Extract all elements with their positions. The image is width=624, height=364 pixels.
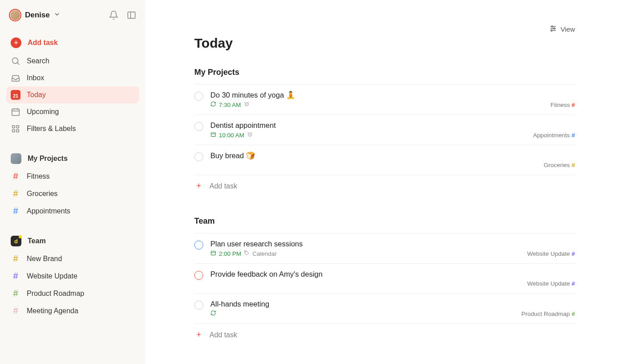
task-meta-left (210, 310, 216, 317)
add-task-inline[interactable]: +Add task (194, 175, 575, 197)
task-checkbox[interactable] (194, 271, 203, 280)
task-title: All-hands meeting (210, 300, 575, 308)
label-icon (244, 250, 250, 257)
search-icon (11, 56, 21, 66)
grid-icon (11, 124, 21, 134)
project-label: Fitness (27, 172, 50, 180)
hash-icon: # (11, 306, 21, 316)
team-avatar: d (11, 236, 21, 246)
calendar-icon (210, 250, 216, 257)
task-row[interactable]: Provide feedback on Amy's designWebsite … (194, 264, 575, 294)
task-body: All-hands meetingProduct Roadmap# (210, 300, 575, 317)
sidebar-item-label: Filters & Labels (27, 125, 76, 133)
sidebar-item-label: Search (27, 57, 49, 65)
alarm-icon (247, 131, 253, 139)
add-task-button[interactable]: + Add task (6, 34, 139, 52)
task-time: 7:30 AM (219, 102, 241, 108)
sidebar-item-today[interactable]: 21 Today (6, 86, 139, 103)
project-ref-label: Fitness (550, 102, 570, 108)
sidebar-item-inbox[interactable]: Inbox (6, 70, 139, 86)
project-label: Groceries (27, 190, 57, 198)
section-label: My Projects (28, 155, 68, 163)
task-title: Buy bread 🍞 (210, 151, 575, 160)
project-ref-label: Website Update (527, 280, 570, 287)
sidebar-item-label: Inbox (27, 74, 44, 82)
sidebar-project-item[interactable]: #Website Update (6, 267, 139, 285)
project-ref[interactable]: Appointments# (533, 132, 575, 139)
calendar-today-icon: 21 (11, 90, 21, 100)
task-meta: Groceries# (210, 162, 575, 168)
task-checkbox[interactable] (194, 92, 203, 101)
task-title: Dentist appointment (210, 121, 575, 130)
sidebar-item-upcoming[interactable]: Upcoming (6, 103, 139, 120)
alarm-icon (244, 101, 250, 108)
task-meta: Product Roadmap# (210, 310, 575, 317)
sidebar-project-item[interactable]: #Appointments (6, 202, 139, 220)
project-ref[interactable]: Website Update# (527, 250, 575, 257)
task-body: Buy bread 🍞Groceries# (210, 151, 575, 168)
notifications-icon[interactable] (109, 10, 119, 20)
task-checkbox[interactable] (194, 301, 203, 310)
view-button[interactable]: View (194, 25, 575, 34)
svg-rect-4 (12, 109, 20, 116)
recurring-icon (210, 101, 216, 108)
user-avatar (9, 9, 21, 21)
project-ref[interactable]: Website Update# (527, 280, 575, 287)
sidebar-project-item[interactable]: #Product Roadmap (6, 285, 139, 302)
task-checkbox[interactable] (194, 122, 203, 131)
hash-icon: # (571, 311, 575, 317)
collapse-sidebar-icon[interactable] (127, 10, 136, 20)
project-ref-label: Website Update (527, 250, 570, 257)
task-checkbox[interactable] (194, 152, 203, 161)
task-body: Provide feedback on Amy's designWebsite … (210, 270, 575, 287)
task-row[interactable]: Plan user research sessions2:00 PMCalend… (194, 233, 575, 264)
calendar-icon (210, 131, 216, 139)
page-title: Today (194, 36, 575, 51)
svg-rect-9 (16, 126, 19, 128)
sidebar-project-item[interactable]: #Groceries (6, 185, 139, 202)
user-switcher[interactable]: Denise (9, 9, 61, 21)
hash-icon: # (11, 188, 21, 199)
project-ref[interactable]: Product Roadmap# (521, 311, 575, 317)
sidebar-project-item[interactable]: #Meeting Agenda (6, 302, 139, 319)
task-row[interactable]: All-hands meetingProduct Roadmap# (194, 294, 575, 324)
header-icons (109, 10, 136, 20)
add-task-inline[interactable]: +Add task (194, 324, 575, 346)
sidebar-section-team[interactable]: d Team (6, 232, 139, 250)
sidebar-project-item[interactable]: #New Brand (6, 250, 139, 267)
task-meta: 10:00 AMAppointments# (210, 131, 575, 139)
task-meta: 2:00 PMCalendarWebsite Update# (210, 250, 575, 257)
svg-rect-8 (12, 126, 15, 128)
sidebar-item-search[interactable]: Search (6, 53, 139, 70)
user-name: Denise (25, 11, 50, 20)
task-title: Do 30 minutes of yoga 🧘 (210, 91, 575, 99)
task-meta: Website Update# (210, 280, 575, 287)
hash-icon: # (11, 171, 21, 181)
add-task-label: Add task (209, 182, 237, 190)
hash-icon: # (11, 271, 21, 281)
task-row[interactable]: Dentist appointment10:00 AMAppointments# (194, 115, 575, 145)
sidebar-item-filters[interactable]: Filters & Labels (6, 120, 139, 137)
svg-point-13 (551, 26, 553, 27)
task-row[interactable]: Do 30 minutes of yoga 🧘7:30 AMFitness# (194, 84, 575, 115)
project-label: Meeting Agenda (27, 307, 78, 315)
section-label: Team (28, 237, 46, 245)
project-ref[interactable]: Fitness# (550, 102, 575, 108)
sidebar-project-item[interactable]: #Fitness (6, 168, 139, 185)
task-checkbox[interactable] (194, 241, 203, 249)
sidebar-header: Denise (6, 9, 139, 21)
task-meta-left: 2:00 PMCalendar (210, 250, 277, 257)
sidebar: Denise + Add task Search Inbox (0, 0, 145, 364)
project-ref-label: Product Roadmap (521, 311, 570, 317)
hash-icon: # (11, 254, 21, 264)
project-ref[interactable]: Groceries# (544, 162, 575, 168)
hash-icon: # (571, 280, 575, 287)
svg-rect-11 (16, 130, 19, 132)
task-title: Plan user research sessions (210, 240, 575, 248)
section-title-my-projects[interactable]: My Projects (194, 68, 575, 77)
task-row[interactable]: Buy bread 🍞Groceries# (194, 145, 575, 175)
sidebar-section-my-projects[interactable]: My Projects (6, 150, 139, 168)
task-meta-left: 7:30 AM (210, 101, 250, 108)
section-title-team[interactable]: Team (194, 217, 575, 226)
svg-point-24 (246, 252, 246, 253)
